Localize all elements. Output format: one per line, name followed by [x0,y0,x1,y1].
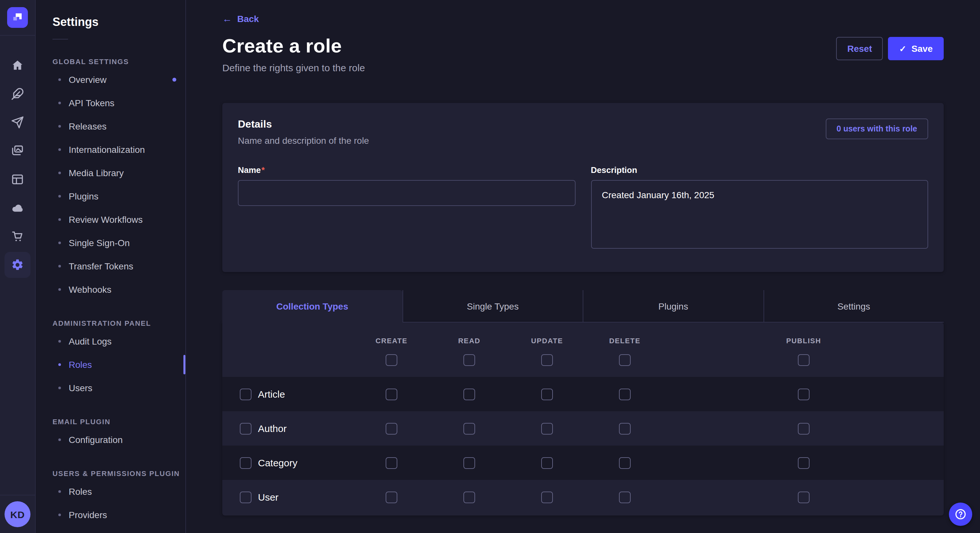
check-icon: ✓ [899,44,907,54]
article-create-checkbox[interactable] [386,388,397,400]
column-checkbox-cell [353,354,430,366]
page-subtitle: Define the rights given to the role [222,62,365,73]
category-update-checkbox[interactable] [541,457,553,468]
back-link[interactable]: ← Back [222,13,259,24]
paper-plane-icon[interactable] [5,109,30,135]
sidebar-item-audit-logs[interactable]: Audit Logs [36,330,185,353]
user-publish-checkbox[interactable] [798,491,810,503]
user-update-checkbox[interactable] [541,491,553,503]
article-read-checkbox[interactable] [463,388,475,400]
description-textarea[interactable]: Created January 16th, 2025 [591,180,928,249]
permission-row-author: Author [222,411,944,446]
author-update-checkbox[interactable] [541,423,553,434]
category-create-checkbox[interactable] [386,457,397,468]
select-all-read-checkbox[interactable] [463,354,475,366]
cloud-icon[interactable] [5,195,30,221]
user-create-checkbox[interactable] [386,491,397,503]
article-delete-checkbox[interactable] [619,388,631,400]
sidebar-item-review-workflows[interactable]: Review Workflows [36,208,185,231]
category-read-checkbox[interactable] [463,457,475,468]
settings-sidebar: Settings GLOBAL SETTINGSOverviewAPI Toke… [36,0,186,533]
sidebar-item-configuration[interactable]: Configuration [36,428,185,451]
row-select-checkbox[interactable] [240,491,251,503]
permission-cell [508,423,586,434]
sidebar-item-roles[interactable]: Roles [36,353,185,376]
sidebar-item-overview[interactable]: Overview [36,68,185,91]
sidebar-item-webhooks[interactable]: Webhooks [36,278,185,301]
sidebar-item-internationalization[interactable]: Internationalization [36,138,185,161]
app-screen: KD Settings GLOBAL SETTINGSOverviewAPI T… [0,0,980,533]
sidebar-item-label: Single Sign-On [69,238,130,248]
images-icon[interactable] [5,138,30,164]
details-card: Details Name and description of the role… [222,103,944,272]
back-arrow-icon: ← [222,14,232,23]
select-all-create-checkbox[interactable] [386,354,397,366]
tab-single-types[interactable]: Single Types [402,290,583,322]
details-subtitle: Name and description of the role [238,135,369,146]
sidebar-item-users[interactable]: Users [36,376,185,400]
home-icon[interactable] [5,52,30,78]
author-publish-checkbox[interactable] [798,423,810,434]
permission-cell [353,423,430,434]
sidebar-section-label: USERS & PERMISSIONS PLUGIN [36,467,185,480]
column-header-delete: DELETE [586,337,664,344]
author-read-checkbox[interactable] [463,423,475,434]
sidebar-item-releases[interactable]: Releases [36,115,185,138]
permission-cell [430,491,508,503]
user-read-checkbox[interactable] [463,491,475,503]
row-label: Author [258,423,286,434]
permission-cell [664,491,944,503]
name-input[interactable] [238,180,575,206]
sidebar-sections: GLOBAL SETTINGSOverviewAPI TokensRelease… [36,55,185,527]
sidebar-item-transfer-tokens[interactable]: Transfer Tokens [36,254,185,278]
sidebar-item-roles[interactable]: Roles [36,480,185,503]
sidebar-item-api-tokens[interactable]: API Tokens [36,91,185,115]
tab-settings[interactable]: Settings [763,290,944,322]
row-select-checkbox[interactable] [240,388,251,400]
bullet-icon [58,363,61,366]
sidebar-item-label: Users [69,383,92,393]
sidebar-item-single-sign-on[interactable]: Single Sign-On [36,231,185,254]
sidebar-item-label: Media Library [69,168,124,178]
permission-row-user: User [222,480,944,514]
main-nav-bottom: KD [0,495,35,533]
bullet-icon [58,265,61,268]
tab-plugins[interactable]: Plugins [583,290,763,322]
users-with-role-button[interactable]: 0 users with this role [826,119,928,139]
category-publish-checkbox[interactable] [798,457,810,468]
header-actions: Reset ✓ Save [837,37,944,60]
main-nav: KD [0,0,36,533]
permission-cell [586,457,664,468]
row-select-checkbox[interactable] [240,457,251,468]
category-delete-checkbox[interactable] [619,457,631,468]
tab-collection-types[interactable]: Collection Types [222,290,402,322]
select-all-publish-checkbox[interactable] [798,354,810,366]
sidebar-item-media-library[interactable]: Media Library [36,161,185,185]
layout-icon[interactable] [5,167,30,192]
permission-cell [586,423,664,434]
permission-cell [430,457,508,468]
row-label: Article [258,389,285,400]
avatar[interactable]: KD [5,501,30,527]
cart-icon[interactable] [5,224,30,249]
select-all-update-checkbox[interactable] [541,354,553,366]
sidebar-item-label: Plugins [69,191,99,201]
help-button[interactable] [949,503,972,526]
article-update-checkbox[interactable] [541,388,553,400]
row-select-checkbox[interactable] [240,423,251,434]
sidebar-item-label: Internationalization [69,144,145,155]
reset-button[interactable]: Reset [837,37,883,60]
article-publish-checkbox[interactable] [798,388,810,400]
feather-icon[interactable] [5,81,30,107]
sidebar-item-providers[interactable]: Providers [36,503,185,527]
author-delete-checkbox[interactable] [619,423,631,434]
save-button[interactable]: ✓ Save [888,37,944,60]
user-delete-checkbox[interactable] [619,491,631,503]
sidebar-item-label: Transfer Tokens [69,261,133,271]
gear-icon[interactable] [5,252,30,278]
sidebar-item-plugins[interactable]: Plugins [36,185,185,208]
select-all-delete-checkbox[interactable] [619,354,631,366]
strapi-logo-icon[interactable] [7,7,28,28]
author-create-checkbox[interactable] [386,423,397,434]
spacer [222,337,353,344]
